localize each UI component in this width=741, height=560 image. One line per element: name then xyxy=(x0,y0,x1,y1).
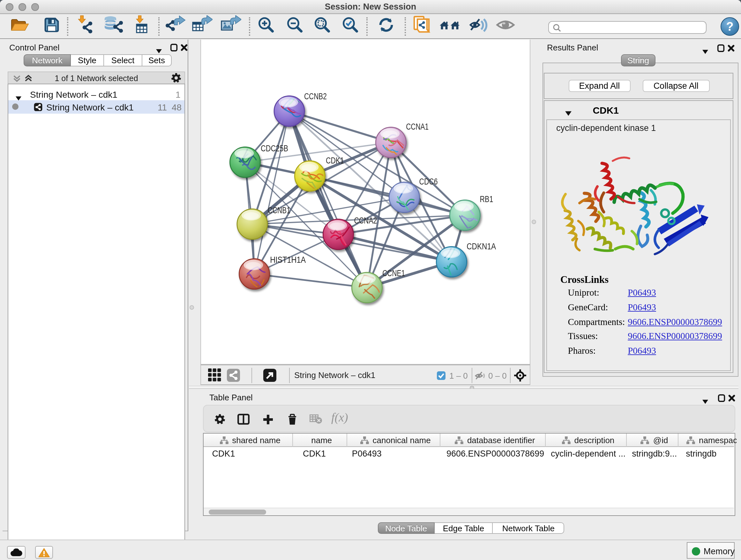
svg-text:HIST1H1A: HIST1H1A xyxy=(270,255,306,265)
svg-text:CDK1: CDK1 xyxy=(326,156,344,165)
svg-text:CCNE1: CCNE1 xyxy=(382,268,405,278)
svg-text:CCNB1: CCNB1 xyxy=(268,206,290,215)
svg-text:CDKN1A: CDKN1A xyxy=(467,242,496,251)
svg-text:CCNA1: CCNA1 xyxy=(406,122,428,132)
svg-text:CCNA2: CCNA2 xyxy=(354,216,377,226)
svg-text:CDC6: CDC6 xyxy=(419,177,438,186)
svg-text:CCNB2: CCNB2 xyxy=(304,91,327,101)
svg-text:CDC25B: CDC25B xyxy=(261,144,288,153)
svg-text:RB1: RB1 xyxy=(480,194,493,204)
